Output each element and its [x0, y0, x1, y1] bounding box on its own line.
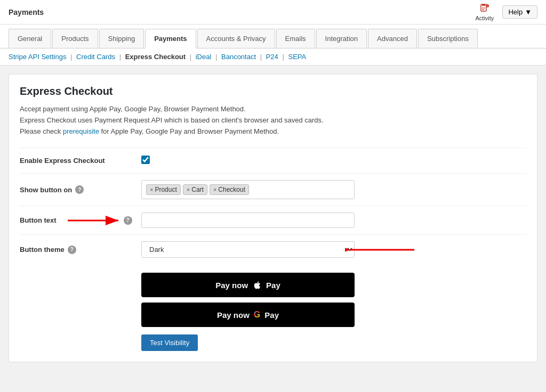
subnav-credit-cards[interactable]: Credit Cards: [76, 53, 115, 61]
chevron-down-icon: ▼: [525, 8, 532, 16]
desc-line3-suffix: for Apple Pay, Google Pay and Browser Pa…: [99, 127, 279, 135]
tab-subscriptions[interactable]: Subscriptions: [418, 29, 478, 48]
description: Accept payment using Apple Pay, Google P…: [20, 104, 526, 137]
tag-checkout[interactable]: × Checkout: [210, 184, 249, 195]
nav-tabs-bar: General Products Shipping Payments Accou…: [0, 24, 546, 48]
button-theme-select[interactable]: Dark Light Outline: [141, 241, 355, 258]
tag-cart[interactable]: × Cart: [183, 184, 207, 195]
help-button[interactable]: Help ▼: [502, 5, 537, 19]
subnav-p24[interactable]: P24: [266, 53, 278, 61]
button-text-label-cell: Button text ?: [20, 206, 137, 235]
button-text-input[interactable]: Pay now: [141, 213, 355, 228]
tab-general[interactable]: General: [9, 29, 51, 48]
top-bar-right: ! Activity Help ▼: [476, 3, 537, 21]
top-bar: Payments ! Activity Help ▼: [0, 0, 546, 24]
tag-cart-label: Cart: [191, 186, 204, 193]
button-theme-label: Button theme: [20, 246, 65, 254]
prerequisite-link[interactable]: prerequisite: [63, 127, 99, 135]
tag-remove-checkout[interactable]: ×: [213, 186, 216, 193]
activity-icon: !: [479, 3, 490, 14]
tag-product[interactable]: × Product: [146, 184, 181, 195]
activity-label: Activity: [476, 15, 494, 21]
enable-checkbox[interactable]: [141, 156, 150, 164]
page-title: Payments: [9, 8, 44, 17]
separator: |: [215, 53, 217, 61]
test-visibility-button[interactable]: Test Visibility: [141, 334, 198, 351]
subnav-ideal[interactable]: iDeal: [196, 53, 212, 61]
enable-label: Enable Express Checkout: [20, 157, 105, 165]
sub-nav: Stripe API Settings | Credit Cards | Exp…: [0, 48, 546, 66]
button-theme-input-cell: Dark Light Outline: [137, 235, 526, 265]
tags-input[interactable]: × Product × Cart × Checkout: [141, 180, 355, 199]
separator: |: [70, 53, 72, 61]
google-g-icon: G: [254, 310, 260, 320]
separator: |: [190, 53, 191, 61]
form-table: Enable Express Checkout Show button on ?…: [20, 148, 526, 264]
apple-pay-text: Pay now: [215, 281, 248, 290]
help-label: Help: [508, 8, 523, 16]
enable-label-cell: Enable Express Checkout: [20, 148, 137, 174]
show-button-row: Show button on ? × Product × Cart ×: [20, 174, 526, 206]
apple-pay-button[interactable]: Pay now Pay: [141, 273, 355, 297]
show-button-label: Show button on: [20, 186, 72, 194]
subnav-stripe-api[interactable]: Stripe API Settings: [9, 53, 66, 61]
svg-rect-1: [482, 4, 485, 6]
button-text-label: Button text: [20, 216, 57, 224]
tag-checkout-label: Checkout: [218, 186, 245, 193]
show-button-label-wrap: Show button on ?: [20, 185, 133, 194]
button-theme-label-cell: Button theme ?: [20, 235, 137, 265]
tag-product-label: Product: [155, 186, 176, 193]
separator: |: [282, 53, 284, 61]
show-button-input-cell: × Product × Cart × Checkout: [137, 174, 526, 206]
google-pay-button[interactable]: Pay now G Pay: [141, 303, 355, 327]
button-text-label-wrap: Button text ?: [20, 216, 133, 225]
preview-section: Pay now Pay Pay now G Pay Test Visibilit…: [20, 273, 526, 351]
tab-emails[interactable]: Emails: [276, 29, 315, 48]
desc-line1: Accept payment using Apple Pay, Google P…: [20, 105, 246, 113]
tab-payments[interactable]: Payments: [145, 29, 196, 48]
tag-remove-cart[interactable]: ×: [187, 186, 190, 193]
desc-line2: Express Checkout uses Payment Request AP…: [20, 116, 324, 124]
tab-advanced[interactable]: Advanced: [368, 29, 417, 48]
arrow-button-text: [68, 213, 126, 228]
tab-accounts-privacy[interactable]: Accounts & Privacy: [197, 29, 275, 48]
desc-line3-prefix: Please check: [20, 127, 63, 135]
apple-pay-label: Pay: [266, 281, 280, 290]
tab-products[interactable]: Products: [52, 29, 98, 48]
enable-input-cell: [137, 148, 526, 174]
arrow-button-theme: [345, 242, 414, 258]
subnav-bancontact[interactable]: Bancontact: [221, 53, 256, 61]
button-theme-help-icon[interactable]: ?: [68, 246, 76, 254]
subnav-express-checkout: Express Checkout: [125, 53, 186, 61]
apple-logo: [252, 280, 262, 290]
show-button-label-cell: Show button on ?: [20, 174, 137, 206]
separator: |: [119, 53, 121, 61]
show-button-help-icon[interactable]: ?: [75, 185, 84, 194]
activity-button[interactable]: ! Activity: [476, 3, 494, 21]
separator: |: [260, 53, 262, 61]
tab-shipping[interactable]: Shipping: [99, 29, 144, 48]
button-text-input-cell: Pay now: [137, 206, 526, 235]
google-pay-text: Pay now: [217, 311, 250, 320]
page-heading: Express Checkout: [20, 85, 526, 97]
main-content: Express Checkout Accept payment using Ap…: [9, 74, 537, 362]
enable-row: Enable Express Checkout: [20, 148, 526, 174]
subnav-sepa[interactable]: SEPA: [288, 53, 306, 61]
google-pay-label: Pay: [264, 311, 279, 320]
tab-integration[interactable]: Integration: [316, 29, 367, 48]
button-theme-label-wrap: Button theme ?: [20, 246, 133, 254]
tag-remove-product[interactable]: ×: [150, 186, 153, 193]
button-theme-row: Button theme ? Dark Light Outline: [20, 235, 526, 265]
button-text-row: Button text ? Pay now: [20, 206, 526, 235]
